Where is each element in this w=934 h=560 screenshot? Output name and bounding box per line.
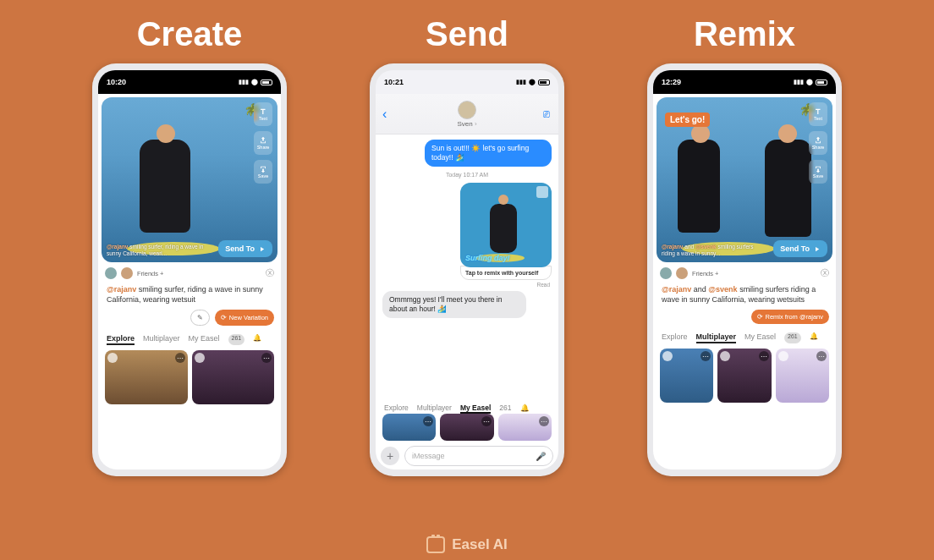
bell-icon[interactable]: 🔔 [253,334,261,345]
close-icon[interactable]: ⓧ [821,267,829,279]
hero-caption: @rajanv smiling surfer, riding a wave in… [107,244,208,257]
status-indicators: ▮▮▮ ⬤ [239,79,272,85]
incoming-message: Ommmgg yes! I'll meet you there in about… [382,291,526,318]
thumbnail[interactable]: ⋯ [105,350,188,404]
brand-footer: Easel AI [0,536,934,553]
thumbnail-row: ⋯ ⋯ [98,347,281,408]
status-indicators: ▮▮▮ ⬤ [516,79,550,85]
attach-button[interactable]: + [381,447,399,465]
text-tool[interactable]: Text [254,102,272,126]
tab-multiplayer[interactable]: Multiplayer [696,332,737,343]
image-message[interactable]: Surfing day! [460,183,552,267]
tabs: Explore Multiplayer My Easel 261 🔔 [653,329,836,345]
tool-rail: Text Share Save [254,102,272,184]
phone-send: 10:21 ▮▮▮ ⬤ ‹ Sven ⎚ Sun is out! [370,63,564,476]
battery-icon [538,80,550,85]
tab-multiplayer[interactable]: Multiplayer [143,334,180,345]
battery-icon [816,80,827,85]
bell-icon[interactable]: 🔔 [810,332,818,343]
image-overlay-text: Surfing day! [465,254,510,262]
new-variation-button[interactable]: ⟳ New Variation [215,310,274,326]
status-time: 10:21 [384,78,404,86]
thumbnail-row: ⋯ ⋯ ⋯ [653,345,836,406]
save-tool[interactable]: Save [809,160,827,184]
phone-create: 10:20 ▮▮▮ ⬤ 🌴 Text Share Save [92,63,287,476]
wifi-icon: ⬤ [529,79,536,85]
thumbnail[interactable]: ⋯ [660,349,713,403]
thumbnail[interactable]: ⋯ [776,349,829,403]
send-to-button[interactable]: Send To [773,240,827,257]
status-bar: 10:21 ▮▮▮ ⬤ [376,70,558,94]
app-icon [536,186,548,198]
tab-explore[interactable]: Explore [107,334,135,345]
status-time: 12:29 [662,78,681,86]
avatar[interactable] [121,267,133,279]
remix-prompt-pill[interactable]: Tap to remix with yourself [460,266,552,280]
thumbnail[interactable]: ⋯ [498,414,552,441]
contact-name[interactable]: Sven [457,120,476,128]
count-badge: 261 [499,404,511,414]
status-bar: 12:29 ▮▮▮ ⬤ [653,70,836,94]
status-bar: 10:20 ▮▮▮ ⬤ [98,70,281,94]
share-tool[interactable]: Share [254,131,272,155]
signal-icon: ▮▮▮ [794,79,804,85]
wifi-icon: ⬤ [806,79,813,85]
hero-caption: @rajanv and @svenk smiling surfers ridin… [662,244,763,257]
tab-myeasel[interactable]: My Easel [460,404,491,414]
back-icon[interactable]: ‹ [382,107,387,122]
video-call-icon[interactable]: ⎚ [543,107,550,120]
brand-name: Easel AI [452,536,508,553]
hero-badge: Let's go! [665,113,710,127]
surfer-left [678,140,720,233]
wifi-icon: ⬤ [251,79,258,85]
save-tool[interactable]: Save [254,160,272,184]
avatar[interactable] [660,267,672,279]
keyboard-thumbs: ⋯ ⋯ ⋯ [382,414,552,441]
friends-row: Friends + ⓧ [653,262,836,284]
surfer-right [765,140,811,237]
compose-input[interactable]: iMessage 🎤 [404,446,553,466]
tab-myeasel[interactable]: My Easel [189,334,220,345]
thumbnail[interactable]: ⋯ [382,414,436,441]
avatar[interactable] [105,267,117,279]
tabs: Explore Multiplayer My Easel 261 🔔 [98,331,281,347]
keyboard-tabs: Explore Multiplayer My Easel 261 🔔 [376,400,558,414]
thumbnail[interactable]: ⋯ [192,350,275,404]
title-create: Create [137,15,243,53]
outgoing-message: Sun is out!!! ☀️ let's go surfing today!… [425,140,552,167]
share-tool[interactable]: Share [809,131,827,155]
avatar[interactable] [676,267,688,279]
close-icon[interactable]: ⓧ [266,267,274,279]
tab-multiplayer[interactable]: Multiplayer [417,404,452,414]
chat-header: ‹ Sven ⎚ [376,94,558,135]
column-remix: Remix 12:29 ▮▮▮ ⬤ 🌴 Let's go! T [630,15,859,476]
signal-icon: ▮▮▮ [516,79,526,85]
text-tool[interactable]: Text [809,102,827,126]
bell-icon[interactable]: 🔔 [520,404,530,414]
phone-remix: 12:29 ▮▮▮ ⬤ 🌴 Let's go! Text Share [647,63,842,476]
status-time: 10:20 [107,78,126,86]
status-indicators: ▮▮▮ ⬤ [794,79,827,85]
mic-icon[interactable]: 🎤 [536,452,546,461]
friends-chip[interactable]: Friends + [692,270,718,277]
hero-image: 🌴 Text Share Save @rajanv smiling surfer… [102,97,277,262]
tool-rail: Text Share Save [809,102,827,184]
count-badge: 261 [784,332,801,343]
friends-chip[interactable]: Friends + [137,270,163,277]
thumbnail[interactable]: ⋯ [440,414,493,441]
contact-avatar[interactable] [458,101,476,119]
read-receipt: Read [384,282,550,288]
timestamp: Today 10:17 AM [382,172,552,178]
hero-image: 🌴 Let's go! Text Share Save @rajanv and … [657,97,832,262]
column-create: Create 10:20 ▮▮▮ ⬤ 🌴 Text Share [75,15,304,476]
tab-explore[interactable]: Explore [662,332,688,343]
send-to-button[interactable]: Send To [218,240,272,257]
remix-from-button[interactable]: ⟳ Remix from @rajanv [751,310,829,324]
title-send: Send [426,15,508,53]
tab-explore[interactable]: Explore [384,404,409,414]
thumbnail[interactable]: ⋯ [717,349,771,403]
surfer-figure [140,140,190,233]
tab-myeasel[interactable]: My Easel [744,332,776,343]
easel-logo-icon [426,536,445,553]
edit-button[interactable]: ✎ [190,310,210,326]
